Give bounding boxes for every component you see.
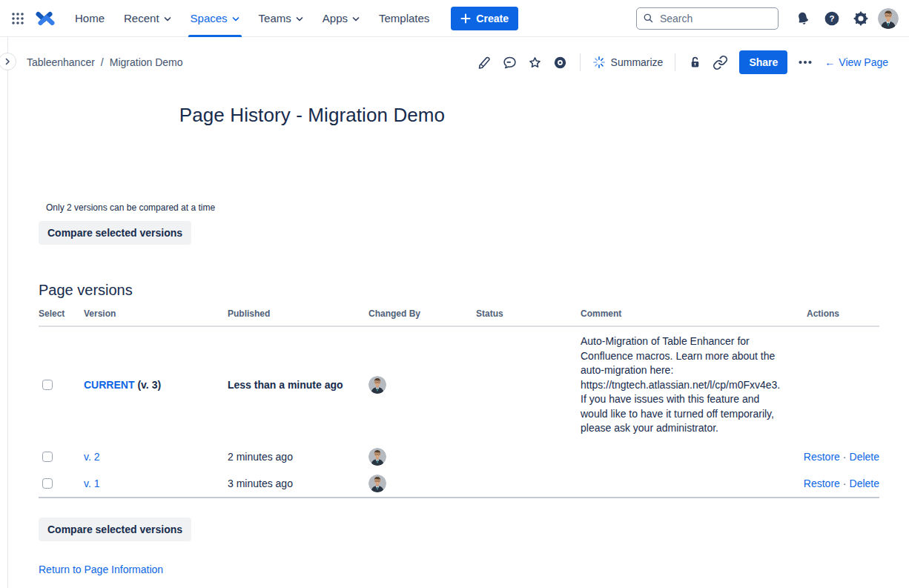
nav-item-teams[interactable]: Teams bbox=[249, 0, 313, 37]
view-page-link[interactable]: ← View Page bbox=[824, 56, 888, 68]
edit-button[interactable] bbox=[473, 50, 497, 74]
header-comment: Comment bbox=[581, 308, 796, 319]
breadcrumb: Tableenhancer / Migration Demo bbox=[27, 56, 183, 68]
collapsed-sidebar-rail bbox=[7, 37, 8, 588]
share-button[interactable]: Share bbox=[739, 50, 787, 74]
primary-nav: Home Recent Spaces Teams Apps Templates bbox=[65, 0, 439, 37]
changed-by-avatar bbox=[368, 376, 386, 394]
search-icon bbox=[643, 12, 654, 24]
compare-note: Only 2 versions can be compared at a tim… bbox=[46, 202, 879, 213]
search-input[interactable] bbox=[658, 12, 772, 25]
nav-item-recent[interactable]: Recent bbox=[114, 0, 181, 37]
comment-cell bbox=[581, 449, 796, 464]
page-header: Tableenhancer / Migration Demo bbox=[0, 37, 909, 83]
confluence-home-button[interactable] bbox=[33, 7, 58, 30]
published-cell: 3 minutes ago bbox=[228, 478, 368, 489]
return-to-page-information-link[interactable]: Return to Page Information bbox=[39, 564, 163, 575]
compare-selected-versions-button-top[interactable]: Compare selected versions bbox=[39, 221, 191, 245]
comments-button[interactable] bbox=[498, 50, 522, 74]
help-icon: ? bbox=[824, 10, 840, 27]
left-arrow-icon: ← bbox=[824, 56, 835, 68]
select-version-checkbox[interactable] bbox=[42, 452, 53, 462]
compare-selected-versions-button-bottom[interactable]: Compare selected versions bbox=[39, 518, 191, 541]
eye-icon bbox=[552, 55, 568, 70]
summarize-button[interactable]: Summarize bbox=[588, 50, 668, 74]
svg-text:?: ? bbox=[830, 14, 835, 23]
profile-button[interactable] bbox=[878, 8, 899, 29]
help-button[interactable]: ? bbox=[820, 7, 844, 30]
gear-icon bbox=[853, 10, 869, 27]
plus-icon bbox=[460, 13, 471, 24]
ellipsis-icon bbox=[798, 55, 813, 70]
header-changed-by: Changed By bbox=[368, 308, 476, 319]
header-status: Status bbox=[476, 308, 581, 319]
restrictions-button[interactable] bbox=[683, 50, 707, 74]
nav-item-templates[interactable]: Templates bbox=[369, 0, 439, 37]
table-row-v2: v. 2 2 minutes ago Restore · Delete bbox=[39, 443, 879, 470]
copy-link-button[interactable] bbox=[708, 50, 732, 74]
settings-button[interactable] bbox=[849, 7, 873, 30]
breadcrumb-space-link[interactable]: Tableenhancer bbox=[27, 56, 95, 68]
delete-link[interactable]: Delete bbox=[850, 451, 879, 463]
user-avatar bbox=[878, 8, 899, 29]
page-toolbar: Summarize Share ← View Page bbox=[473, 50, 888, 74]
changed-by-avatar bbox=[368, 448, 386, 466]
comment-cell: Auto-Migration of Table Enhancer for Con… bbox=[581, 327, 796, 443]
breadcrumb-separator: / bbox=[101, 56, 104, 68]
unlock-icon bbox=[687, 55, 703, 70]
nav-right-cluster: ? bbox=[636, 7, 899, 30]
notifications-button[interactable] bbox=[791, 7, 815, 30]
header-version: Version bbox=[84, 308, 228, 319]
select-version-checkbox[interactable] bbox=[42, 478, 53, 489]
comment-cell bbox=[581, 476, 796, 491]
confluence-logo-icon bbox=[35, 8, 56, 29]
app-switcher-button[interactable] bbox=[6, 7, 30, 30]
comment-icon bbox=[502, 55, 518, 70]
page-history-content: Page History - Migration Demo Only 2 ver… bbox=[0, 104, 909, 576]
search-box[interactable] bbox=[636, 7, 779, 30]
more-actions-button[interactable] bbox=[793, 50, 817, 74]
version-link[interactable]: CURRENT bbox=[84, 379, 134, 391]
version-link[interactable]: v. 2 bbox=[84, 451, 100, 463]
nav-item-home[interactable]: Home bbox=[65, 0, 114, 37]
header-actions: Actions bbox=[796, 308, 879, 319]
nav-item-spaces[interactable]: Spaces bbox=[181, 0, 249, 37]
page-title: Page History - Migration Demo bbox=[39, 104, 586, 127]
select-version-checkbox[interactable] bbox=[42, 380, 53, 390]
chevron-down-icon bbox=[296, 16, 303, 22]
actions-separator: · bbox=[843, 451, 847, 463]
breadcrumb-page-link[interactable]: Migration Demo bbox=[110, 56, 183, 68]
link-icon bbox=[713, 55, 728, 70]
restore-link[interactable]: Restore bbox=[804, 451, 840, 463]
version-number: (v. 3) bbox=[137, 379, 161, 391]
chevron-down-icon bbox=[232, 16, 239, 22]
watch-button[interactable] bbox=[549, 50, 572, 74]
published-cell: 2 minutes ago bbox=[228, 451, 368, 463]
chevron-down-icon bbox=[352, 16, 360, 22]
table-row-current-version: CURRENT (v. 3) Less than a minute ago Au… bbox=[39, 327, 879, 443]
page-versions-heading: Page versions bbox=[39, 282, 879, 299]
table-header-row: Select Version Published Changed By Stat… bbox=[39, 308, 879, 327]
actions-cell: Restore · Delete bbox=[796, 478, 879, 489]
chevron-right-icon bbox=[4, 58, 11, 65]
actions-separator: · bbox=[843, 478, 847, 489]
nav-item-apps[interactable]: Apps bbox=[313, 0, 369, 37]
create-button[interactable]: Create bbox=[451, 7, 518, 30]
toolbar-divider bbox=[675, 53, 675, 71]
ai-sparkle-icon bbox=[592, 56, 606, 69]
delete-link[interactable]: Delete bbox=[850, 478, 879, 489]
actions-cell: Restore · Delete bbox=[796, 451, 879, 463]
table-row-v1: v. 1 3 minutes ago Restore · Delete bbox=[39, 470, 879, 497]
bell-icon bbox=[793, 8, 813, 28]
header-published: Published bbox=[228, 308, 368, 319]
version-link[interactable]: v. 1 bbox=[84, 478, 100, 489]
restore-link[interactable]: Restore bbox=[804, 478, 840, 489]
published-cell: Less than a minute ago bbox=[228, 379, 368, 391]
chevron-down-icon bbox=[164, 16, 171, 22]
toolbar-divider bbox=[580, 53, 581, 71]
pencil-icon bbox=[477, 55, 492, 70]
top-navigation-bar: Home Recent Spaces Teams Apps Templates … bbox=[0, 0, 909, 37]
favourite-button[interactable] bbox=[523, 50, 547, 74]
header-select: Select bbox=[39, 308, 84, 319]
star-icon bbox=[527, 55, 543, 70]
